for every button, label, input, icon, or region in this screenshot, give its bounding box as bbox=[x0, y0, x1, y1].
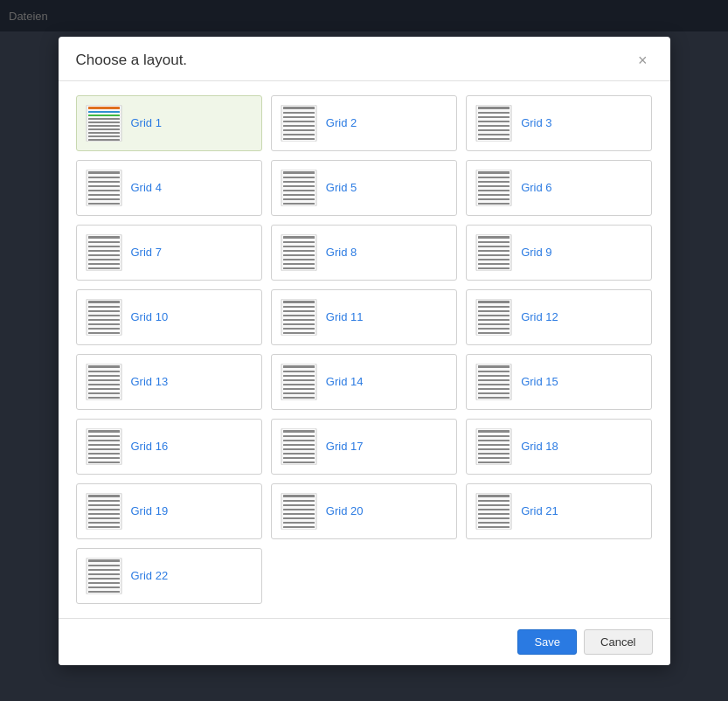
grid-label-20: Grid 20 bbox=[326, 504, 364, 517]
svg-rect-126 bbox=[478, 319, 510, 321]
svg-rect-143 bbox=[281, 364, 316, 400]
svg-rect-124 bbox=[478, 310, 510, 312]
svg-rect-62 bbox=[478, 198, 510, 200]
grid-label-9: Grid 9 bbox=[521, 246, 551, 259]
svg-rect-91 bbox=[478, 246, 510, 247]
grid-item-7[interactable]: Grid 7 bbox=[76, 225, 262, 281]
save-button[interactable]: Save bbox=[517, 629, 577, 655]
svg-rect-111 bbox=[283, 301, 315, 303]
svg-rect-188 bbox=[478, 430, 510, 433]
svg-rect-48 bbox=[283, 185, 315, 187]
svg-rect-171 bbox=[88, 453, 120, 455]
grid-item-21[interactable]: Grid 21 bbox=[466, 483, 652, 539]
svg-rect-235 bbox=[88, 573, 120, 575]
svg-rect-103 bbox=[88, 315, 120, 316]
svg-rect-127 bbox=[478, 323, 510, 325]
svg-rect-162 bbox=[478, 397, 510, 399]
svg-rect-192 bbox=[478, 448, 510, 450]
svg-rect-1 bbox=[88, 107, 120, 109]
svg-rect-212 bbox=[283, 504, 315, 506]
grid-item-4[interactable]: Grid 4 bbox=[76, 160, 262, 216]
svg-rect-47 bbox=[283, 181, 315, 183]
grid-item-2[interactable]: Grid 2 bbox=[271, 95, 457, 151]
svg-rect-100 bbox=[88, 301, 120, 303]
svg-rect-237 bbox=[88, 582, 120, 584]
grid-item-8[interactable]: Grid 8 bbox=[271, 225, 457, 281]
grid-item-14[interactable]: Grid 14 bbox=[271, 354, 457, 410]
grid-item-17[interactable]: Grid 17 bbox=[271, 419, 457, 475]
grid-label-2: Grid 2 bbox=[326, 116, 357, 129]
svg-rect-7 bbox=[88, 128, 120, 130]
svg-rect-138 bbox=[88, 388, 120, 390]
svg-rect-3 bbox=[88, 115, 120, 116]
grid-item-20[interactable]: Grid 20 bbox=[271, 483, 457, 539]
svg-rect-176 bbox=[281, 428, 316, 465]
svg-rect-133 bbox=[88, 365, 120, 368]
grid-icon-17 bbox=[281, 428, 317, 465]
svg-rect-59 bbox=[478, 185, 510, 187]
svg-rect-223 bbox=[478, 504, 510, 506]
svg-rect-6 bbox=[88, 125, 120, 127]
grid-icon-20 bbox=[281, 493, 317, 530]
svg-rect-204 bbox=[88, 517, 120, 519]
grid-label-14: Grid 14 bbox=[326, 375, 364, 388]
svg-rect-154 bbox=[476, 364, 511, 400]
modal-close-button[interactable]: × bbox=[633, 51, 653, 70]
grid-item-22[interactable]: Grid 22 bbox=[76, 548, 262, 604]
grid-item-3[interactable]: Grid 3 bbox=[466, 95, 652, 151]
grid-item-19[interactable]: Grid 19 bbox=[76, 483, 262, 539]
grid-label-1: Grid 1 bbox=[131, 116, 162, 129]
svg-rect-181 bbox=[283, 448, 315, 450]
svg-rect-172 bbox=[88, 457, 120, 459]
grid-icon-7 bbox=[86, 234, 122, 271]
grid-label-3: Grid 3 bbox=[521, 116, 551, 129]
grid-layout-container: Grid 1 Grid 2 Grid 3 Grid 4 Grid 5 Grid … bbox=[76, 95, 653, 604]
grid-item-15[interactable]: Grid 15 bbox=[466, 354, 652, 410]
svg-rect-88 bbox=[476, 234, 511, 271]
svg-rect-151 bbox=[283, 397, 315, 399]
svg-rect-51 bbox=[283, 198, 315, 200]
svg-rect-30 bbox=[478, 138, 510, 140]
svg-rect-110 bbox=[281, 299, 316, 336]
grid-item-6[interactable]: Grid 6 bbox=[466, 160, 652, 216]
svg-rect-232 bbox=[88, 559, 120, 562]
svg-rect-225 bbox=[478, 513, 510, 515]
grid-label-17: Grid 17 bbox=[326, 440, 364, 453]
grid-icon-18 bbox=[475, 428, 512, 465]
svg-rect-180 bbox=[283, 444, 315, 446]
svg-rect-149 bbox=[283, 388, 315, 390]
svg-rect-107 bbox=[88, 332, 120, 334]
svg-rect-215 bbox=[283, 517, 315, 519]
svg-rect-2 bbox=[88, 111, 120, 113]
grid-item-12[interactable]: Grid 12 bbox=[466, 289, 652, 345]
svg-rect-146 bbox=[283, 375, 315, 377]
grid-item-13[interactable]: Grid 13 bbox=[76, 354, 262, 410]
grid-item-11[interactable]: Grid 11 bbox=[271, 289, 457, 345]
grid-item-10[interactable]: Grid 10 bbox=[76, 289, 262, 345]
svg-rect-93 bbox=[478, 254, 510, 256]
grid-item-9[interactable]: Grid 9 bbox=[466, 225, 652, 281]
grid-icon-6 bbox=[475, 170, 512, 206]
svg-rect-139 bbox=[88, 392, 120, 394]
grid-icon-22 bbox=[86, 558, 122, 594]
svg-rect-239 bbox=[88, 591, 120, 593]
grid-label-10: Grid 10 bbox=[131, 310, 169, 323]
svg-rect-13 bbox=[283, 112, 315, 114]
grid-item-18[interactable]: Grid 18 bbox=[466, 419, 652, 475]
svg-rect-33 bbox=[87, 170, 121, 206]
grid-item-5[interactable]: Grid 5 bbox=[271, 160, 457, 216]
svg-rect-198 bbox=[87, 493, 121, 530]
cancel-button[interactable]: Cancel bbox=[584, 629, 652, 655]
svg-rect-60 bbox=[478, 190, 510, 191]
grid-item-1[interactable]: Grid 1 bbox=[76, 95, 262, 151]
svg-rect-128 bbox=[478, 328, 510, 330]
grid-item-16[interactable]: Grid 16 bbox=[76, 419, 262, 475]
svg-rect-26 bbox=[478, 121, 510, 122]
svg-rect-78 bbox=[283, 236, 315, 239]
svg-rect-92 bbox=[478, 250, 510, 252]
svg-rect-234 bbox=[88, 569, 120, 571]
grid-icon-3 bbox=[475, 105, 512, 142]
svg-rect-106 bbox=[88, 328, 120, 330]
svg-rect-191 bbox=[478, 444, 510, 446]
svg-rect-214 bbox=[283, 513, 315, 515]
